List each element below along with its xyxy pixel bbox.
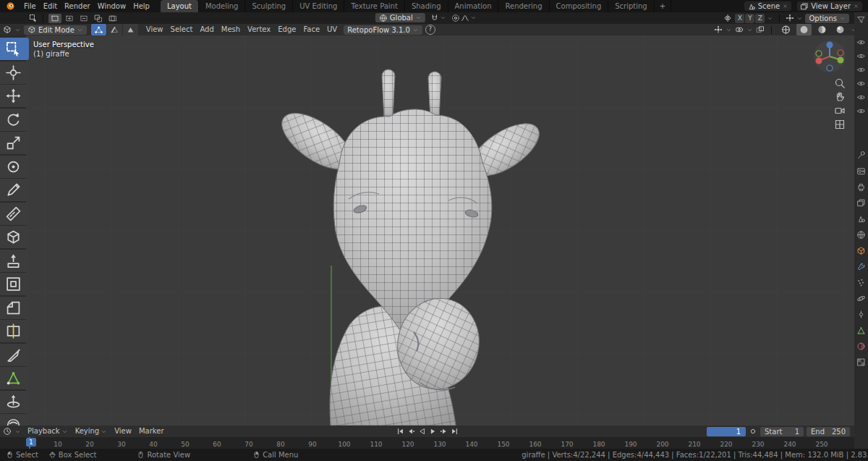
shading-solid-button[interactable] bbox=[796, 24, 812, 35]
auto-key-icon[interactable] bbox=[749, 427, 757, 436]
tool-annotate[interactable] bbox=[0, 179, 29, 201]
properties-tab-world[interactable] bbox=[856, 230, 866, 240]
workspace-tab-animation[interactable]: Animation bbox=[448, 0, 499, 12]
timeline-menu-playback[interactable]: Playback bbox=[24, 426, 72, 437]
viewport-menu-add[interactable]: Add bbox=[196, 24, 217, 35]
playhead[interactable]: 1 bbox=[26, 437, 41, 449]
viewport-canvas[interactable] bbox=[26, 35, 854, 426]
editor-type-icon[interactable] bbox=[3, 427, 12, 436]
tool-rotate[interactable] bbox=[0, 109, 29, 131]
visibility-eye-icon[interactable] bbox=[856, 51, 866, 61]
viewport-menu-vertex[interactable]: Vertex bbox=[244, 24, 274, 35]
viewport-menu-view[interactable]: View bbox=[142, 24, 167, 35]
tool-poly-build[interactable] bbox=[0, 367, 29, 389]
proportional-editing-toggle[interactable] bbox=[451, 14, 477, 22]
select-mode-invert-button[interactable] bbox=[92, 14, 105, 23]
face-select-button[interactable] bbox=[123, 24, 138, 35]
menu-window[interactable]: Window bbox=[94, 1, 129, 12]
tool-spin[interactable] bbox=[0, 391, 29, 413]
tool-measure[interactable] bbox=[0, 203, 29, 225]
workspace-tab-modeling[interactable]: Modeling bbox=[199, 0, 246, 12]
menu-render[interactable]: Render bbox=[61, 1, 94, 12]
properties-tab-modifiers[interactable] bbox=[856, 262, 866, 271]
camera-view-button[interactable] bbox=[834, 105, 846, 117]
ortho-toggle-button[interactable] bbox=[834, 119, 846, 130]
add-workspace-button[interactable]: + bbox=[655, 0, 671, 12]
visibility-eye-icon[interactable] bbox=[856, 65, 866, 75]
properties-tab-object-data[interactable] bbox=[856, 326, 866, 335]
properties-tab-tool[interactable] bbox=[856, 151, 866, 160]
gizmos-toggle-icon[interactable] bbox=[714, 25, 723, 34]
tool-bevel[interactable] bbox=[0, 297, 29, 319]
workspace-tab-rendering[interactable]: Rendering bbox=[498, 0, 549, 12]
properties-tab-texture[interactable] bbox=[856, 358, 866, 367]
workspace-tab-texture-paint[interactable]: Texture Paint bbox=[344, 0, 405, 12]
shading-material-button[interactable] bbox=[814, 24, 830, 35]
mirror-x-button[interactable]: X bbox=[735, 14, 744, 23]
tool-move[interactable] bbox=[0, 85, 29, 107]
tool-inset-faces[interactable] bbox=[0, 273, 29, 295]
retopoflow-dropdown[interactable]: RetopoFlow 3.1.0 bbox=[344, 25, 422, 35]
mode-dropdown[interactable]: Edit Mode bbox=[24, 25, 87, 35]
select-mode-intersect-button[interactable] bbox=[106, 14, 119, 23]
edge-select-button[interactable] bbox=[107, 24, 122, 35]
properties-tab-output[interactable] bbox=[856, 182, 866, 192]
navigation-gizmo[interactable] bbox=[814, 41, 846, 72]
transport-play-button[interactable] bbox=[427, 427, 438, 436]
scene-selector[interactable]: Scene bbox=[744, 1, 792, 11]
start-frame-field[interactable]: Start 1 bbox=[760, 427, 804, 436]
timeline-menu-keying[interactable]: Keying bbox=[72, 426, 111, 437]
properties-tab-material[interactable] bbox=[856, 342, 866, 351]
properties-tab-object[interactable] bbox=[856, 246, 866, 255]
tool-transform[interactable] bbox=[0, 156, 29, 178]
zoom-button[interactable] bbox=[834, 77, 846, 89]
tool-add-cube[interactable] bbox=[0, 226, 29, 248]
shading-wireframe-button[interactable] bbox=[778, 24, 793, 35]
menu-file[interactable]: File bbox=[20, 1, 40, 12]
workspace-tab-shading[interactable]: Shading bbox=[405, 0, 448, 12]
help-icon[interactable]: ? bbox=[425, 25, 435, 35]
menu-edit[interactable]: Edit bbox=[40, 1, 61, 12]
visibility-eye-icon[interactable] bbox=[856, 38, 866, 47]
overlays-toggle-icon[interactable] bbox=[735, 25, 744, 34]
select-mode-extend-button[interactable] bbox=[63, 14, 76, 23]
tool-extrude-region[interactable] bbox=[0, 250, 29, 272]
filter-icon[interactable] bbox=[856, 15, 866, 25]
transport-jump-end-button[interactable] bbox=[449, 427, 459, 436]
workspace-tab-uv-editing[interactable]: UV Editing bbox=[293, 0, 344, 12]
viewport-menu-mesh[interactable]: Mesh bbox=[218, 24, 244, 35]
menu-help[interactable]: Help bbox=[129, 1, 153, 12]
tool-scale[interactable] bbox=[0, 132, 29, 154]
editor-type-icon[interactable] bbox=[3, 25, 12, 34]
workspace-tab-layout[interactable]: Layout bbox=[161, 0, 199, 12]
transport-jump-start-button[interactable] bbox=[395, 427, 405, 436]
view-layer-selector[interactable]: View Layer bbox=[797, 1, 862, 11]
close-icon[interactable] bbox=[853, 3, 859, 9]
vertex-select-button[interactable] bbox=[91, 24, 106, 35]
transport-play-reverse-button[interactable] bbox=[417, 427, 427, 436]
properties-tab-view-layer[interactable] bbox=[856, 198, 866, 208]
properties-tab-constraints[interactable] bbox=[856, 310, 866, 319]
properties-tab-scene[interactable] bbox=[856, 214, 866, 224]
options-dropdown[interactable]: Options bbox=[805, 14, 849, 23]
viewport-menu-select[interactable]: Select bbox=[167, 24, 197, 35]
visibility-eye-icon[interactable] bbox=[856, 79, 866, 88]
workspace-tab-sculpting[interactable]: Sculpting bbox=[245, 0, 293, 12]
visibility-eye-icon[interactable] bbox=[856, 106, 866, 116]
end-frame-field[interactable]: End 250 bbox=[807, 427, 850, 436]
tool-cursor[interactable] bbox=[0, 62, 29, 84]
select-mode-subtract-button[interactable] bbox=[77, 14, 90, 23]
pan-button[interactable] bbox=[834, 91, 846, 103]
viewport-menu-edge[interactable]: Edge bbox=[274, 24, 299, 35]
properties-tab-physics[interactable] bbox=[856, 294, 866, 303]
mirror-z-button[interactable]: Z bbox=[755, 14, 765, 23]
3d-viewport[interactable]: User Perspective (1) giraffe bbox=[26, 35, 854, 426]
properties-tab-particles[interactable] bbox=[856, 278, 866, 287]
tool-knife[interactable] bbox=[0, 344, 29, 366]
workspace-tab-scripting[interactable]: Scripting bbox=[608, 0, 654, 12]
select-mode-set-button[interactable] bbox=[48, 14, 61, 23]
tool-select-box[interactable] bbox=[0, 38, 29, 60]
workspace-tab-compositing[interactable]: Compositing bbox=[550, 0, 609, 12]
xray-toggle-icon[interactable] bbox=[756, 25, 765, 34]
snapping-toggle[interactable] bbox=[430, 14, 446, 22]
